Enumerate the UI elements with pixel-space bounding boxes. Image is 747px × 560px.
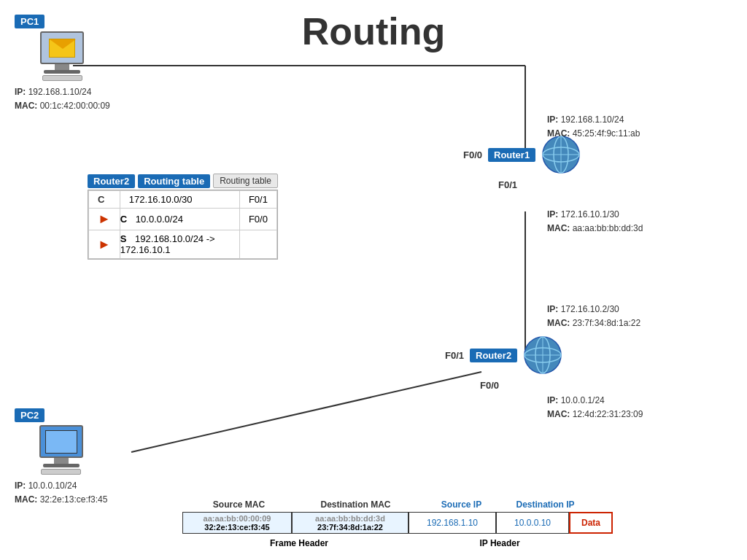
pc1-stand (55, 64, 69, 70)
pc1-ip-info: IP: 192.168.1.10/24 MAC: 00:1c:42:00:00:… (15, 85, 110, 113)
dest-ip-col-header: Destination IP (516, 499, 574, 510)
pc1-base (44, 70, 80, 74)
ip-header-label-container: IP Header (416, 536, 584, 549)
pc2-keyboard (41, 469, 81, 475)
pc1-icon (15, 31, 110, 81)
pc1-envelope (49, 39, 75, 58)
table-row: ► C 10.0.0.0/24 F0/0 (89, 209, 277, 230)
pc1-ip-val: 192.168.1.10/24 (28, 87, 92, 97)
source-ip-val: 192.168.1.10 (427, 518, 478, 528)
pc1-ip-label: IP: (15, 87, 26, 97)
pc2-ip-val: 10.0.0.10/24 (28, 481, 77, 491)
data-cell: Data (569, 512, 613, 534)
router2-overlay-label: Router2 (88, 174, 135, 188)
router2-f0-0-ip-label: IP: (547, 395, 558, 405)
source-mac-header: Source MAC (182, 497, 295, 510)
source-mac-cell: aa:aa:bb:00:00:09 32:2e:13:ce:f3:45 (182, 512, 292, 534)
source-ip-col-header: Source IP (441, 499, 481, 510)
dest-ip-cell: 10.0.0.10 (496, 512, 569, 534)
router2-f0-0-mac-val: 12:4d:22:31:23:09 (573, 409, 643, 419)
pc2-container: PC2 IP: 10.0.0.10/24 MAC: 32:2e:13:ce:f3… (15, 408, 107, 507)
pc2-ip-info: IP: 10.0.0.10/24 MAC: 32:2e:13:ce:f3:45 (15, 479, 107, 507)
pc2-mac-val: 32:2e:13:ce:f3:45 (40, 494, 108, 505)
router2-f0-0-info: IP: 10.0.0.1/24 MAC: 12:4d:22:31:23:09 (547, 394, 643, 421)
row3-interface (239, 230, 276, 259)
router1-f0-0-ip-label: IP: (547, 114, 558, 125)
dest-mac-val1: aa:aa:bb:bb:dd:3d (315, 514, 385, 523)
table-row: ► S 192.168.10.0/24 -> 172.16.10.1 (89, 230, 277, 259)
row2-interface: F0/0 (239, 209, 276, 230)
row1-interface: F0/1 (239, 191, 276, 209)
router2-f0-0-mac-label: MAC: (547, 409, 570, 419)
pc1-mac-val: 00:1c:42:00:00:09 (40, 101, 110, 111)
frame-data-row: aa:aa:bb:00:00:09 32:2e:13:ce:f3:45 aa:a… (182, 512, 736, 534)
router2-container: F0/1 Router2 F0/0 (445, 335, 563, 392)
svg-line-3 (131, 372, 481, 452)
frame-header-label-container: Frame Header (182, 536, 416, 549)
router1-f0-1-info: IP: 172.16.10.1/30 MAC: aa:aa:bb:bb:dd:3… (547, 208, 643, 236)
router2-f0-1-ip-label: IP: (547, 304, 558, 314)
router2-f0-1-label-left: F0/1 (445, 350, 464, 361)
router1-f0-1-ip-val: 172.16.10.1/30 (561, 209, 619, 219)
frame-headers: Source MAC Destination MAC Source IP Des… (182, 497, 736, 510)
router1-f0-1-mac-label: MAC: (547, 223, 570, 233)
routing-table-title2: Routing table (213, 174, 278, 188)
router1-f0-0-mac-label: MAC: (547, 128, 570, 139)
pc1-mac-label: MAC: (15, 101, 37, 111)
ip-header-label: IP Header (479, 538, 519, 548)
row3-type-s: S 192.168.10.0/24 -> 172.16.10.1 (120, 230, 239, 259)
pc1-keyboard (42, 75, 82, 81)
routing-table-title: Routing table (138, 174, 210, 188)
row1-type: C (89, 191, 120, 209)
router1-f0-0-mac-val: 45:25:4f:9c:11:ab (573, 128, 640, 139)
router1-f0-0-info: IP: 192.168.1.10/24 MAC: 45:25:4f:9c:11:… (547, 113, 640, 141)
router2-f0-0-ip-val: 10.0.0.1/24 (561, 395, 605, 405)
frame-header-label: Frame Header (270, 538, 328, 548)
router1-label: Router1 (488, 148, 535, 162)
dest-mac-val2: 23:7f:34:8d:1a:22 (317, 523, 383, 532)
router2-f0-1-ip-val: 172.16.10.2/30 (561, 304, 619, 314)
pc2-stand (54, 458, 69, 464)
router2-f0-1-mac-val: 23:7f:34:8d:1a:22 (573, 318, 640, 328)
source-ip-header: Source IP (416, 497, 507, 510)
frame-section: Source MAC Destination MAC Source IP Des… (182, 497, 736, 549)
router2-f0-1-info: IP: 172.16.10.2/30 MAC: 23:7f:34:8d:1a:2… (547, 303, 640, 330)
source-mac-val2: 32:2e:13:ce:f3:45 (204, 523, 269, 532)
pc1-monitor (40, 31, 84, 64)
router2-label: Router2 (470, 349, 517, 362)
row1-network: 172.16.10.0/30 (120, 191, 239, 209)
pc1-label: PC1 (15, 15, 44, 28)
routing-table: C 172.16.10.0/30 F0/1 ► C 10.0.0.0/24 F0… (88, 190, 278, 260)
pc2-label: PC2 (15, 408, 44, 422)
pc2-screen (45, 430, 77, 454)
pc2-base (43, 464, 80, 467)
page-title: Routing (0, 4, 747, 53)
router1-f0-0-label: F0/0 (463, 149, 482, 160)
routing-table-container: Router2 Routing table Routing table C 17… (88, 174, 278, 190)
pc2-icon (15, 425, 107, 475)
pc2-monitor (39, 425, 83, 458)
router1-container: F0/0 Router1 F0/1 (463, 135, 581, 191)
pc1-container: PC1 IP: 192.168.1.10/24 MAC: 00:1c:42:00… (15, 15, 110, 113)
router2-f0-0-label: F0/0 (480, 380, 499, 391)
source-ip-cell: 192.168.1.10 (409, 512, 496, 534)
pc2-mac-label: MAC: (15, 494, 37, 505)
dest-mac-col-header: Destination MAC (321, 499, 391, 510)
pc2-ip-label: IP: (15, 481, 26, 491)
data-label: Data (581, 518, 600, 528)
row2-arrow: ► (89, 209, 120, 230)
router1-f0-1-label: F0/1 (498, 179, 517, 190)
frame-labels-row: Frame Header IP Header (182, 536, 736, 549)
router1-f0-0-ip-val: 192.168.1.10/24 (561, 114, 624, 125)
router2-icon (523, 335, 563, 376)
table-row: C 172.16.10.0/30 F0/1 (89, 191, 277, 209)
router1-f0-1-ip-label: IP: (547, 209, 558, 219)
row2-type-c: C 10.0.0.0/24 (120, 209, 239, 230)
dest-mac-cell: aa:aa:bb:bb:dd:3d 23:7f:34:8d:1a:22 (292, 512, 409, 534)
source-mac-col-header: Source MAC (213, 499, 265, 510)
source-mac-val1: aa:aa:bb:00:00:09 (204, 514, 271, 523)
router2-f0-1-mac-label: MAC: (547, 318, 570, 328)
row3-type: S (120, 233, 127, 244)
dest-mac-header: Destination MAC (295, 497, 416, 510)
row2-type: C (120, 214, 127, 225)
